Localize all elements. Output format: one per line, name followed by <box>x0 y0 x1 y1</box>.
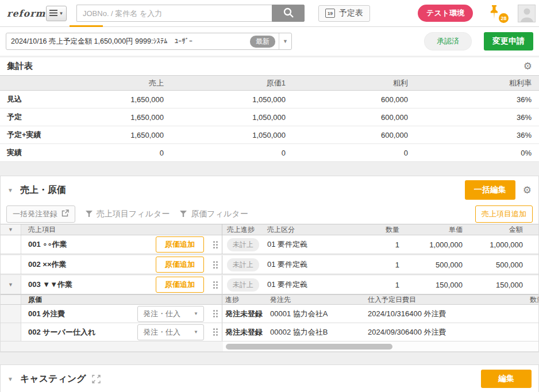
col-cost-progress: 進捗 <box>222 295 270 304</box>
change-request-button[interactable]: 変更申請 <box>484 32 533 51</box>
col-progress: 売上進捗 <box>222 225 267 235</box>
sales-item-row: 001 ∘∘作業 原価追加 未計上 01 要件定義 1 1,000,000 1,… <box>1 235 538 254</box>
hamburger-icon <box>49 9 57 18</box>
cell-qty: 1 <box>356 261 399 269</box>
expand-icon[interactable] <box>92 375 101 383</box>
cost-name: 002 サーバー仕入れ <box>21 327 95 337</box>
col-unit-price: 単価 <box>399 225 463 235</box>
add-cost-button[interactable]: 原価追加 <box>156 257 204 273</box>
cell: 36% <box>408 95 539 104</box>
collapse-icon[interactable]: ▼ <box>7 187 13 193</box>
summary-col-gross: 粗利 <box>286 78 408 88</box>
col-supplier: 発注先 <box>270 295 368 304</box>
filter-icon <box>86 209 93 219</box>
status-badge: 未計上 <box>227 238 259 251</box>
kebab-menu-icon[interactable] <box>213 328 218 336</box>
cell: 0 <box>80 149 164 157</box>
revision-selected-text: 2024/10/16 売上予定金額 1,650,000円 9999:ｼｽﾃﾑ ﾕ… <box>6 37 250 46</box>
cell-amount: 500,000 <box>463 261 523 269</box>
summary-col-cost: 原価1 <box>164 78 286 88</box>
cost-name: 001 外注費 <box>21 309 65 319</box>
search-input[interactable] <box>76 5 272 22</box>
sales-item-row: ▼ 003 ▼▼作業 原価追加 未計上 01 要件定義 1 150,000 15… <box>1 275 538 294</box>
edit-button[interactable]: 編集 <box>481 370 532 388</box>
col-cost-qty: 数量 <box>530 295 538 304</box>
cell: 600,000 <box>286 113 408 122</box>
cell: 36% <box>408 113 539 122</box>
environment-badge: テスト環境 <box>418 5 473 22</box>
row-label: 予定+実績 <box>0 130 80 140</box>
kebab-menu-icon[interactable] <box>213 241 218 249</box>
cell-unit-price: 1,000,000 <box>399 240 463 249</box>
bulk-edit-button[interactable]: 一括編集 <box>465 180 515 200</box>
cell: 1,650,000 <box>80 113 164 122</box>
col-qty: 数量 <box>356 225 399 235</box>
row-label: 実績 <box>0 148 80 158</box>
status-badge: 未計上 <box>227 258 259 271</box>
cell-division: 01 要件定義 <box>267 239 356 250</box>
cell: 1,650,000 <box>80 95 164 104</box>
sales-item-filter[interactable]: 売上項目フィルター <box>86 209 170 219</box>
col-division: 売上区分 <box>267 225 356 235</box>
add-sales-item-button[interactable]: 売上項目追加 <box>475 205 533 223</box>
latest-badge: 最新 <box>250 36 275 48</box>
horizontal-scrollbar <box>1 341 538 352</box>
sales-item-filter-label: 売上項目フィルター <box>97 209 170 219</box>
gear-icon[interactable]: ⚙ <box>523 61 532 71</box>
kebab-menu-icon[interactable] <box>213 261 218 269</box>
schedule-button[interactable]: 19 予定表 <box>318 5 370 22</box>
cell-qty: 1 <box>356 240 399 249</box>
table-row: 予定+実績 1,650,000 1,050,000 600,000 36% <box>0 126 539 144</box>
cell: 600,000 <box>286 131 408 139</box>
cost-filter[interactable]: 原価フィルター <box>180 209 248 219</box>
cell: 1,050,000 <box>164 95 286 104</box>
cell: 36% <box>408 131 539 139</box>
schedule-label: 予定表 <box>339 8 363 18</box>
bulk-order-button[interactable]: 一括発注登録 <box>6 205 75 223</box>
add-cost-button[interactable]: 原価追加 <box>156 277 204 293</box>
pin-button[interactable]: 28 <box>489 5 504 22</box>
scrollbar-track[interactable] <box>223 341 538 351</box>
external-link-icon <box>61 209 69 219</box>
cost-status: 発注未登録 <box>222 327 270 337</box>
collapse-icon[interactable]: ▼ <box>7 376 13 382</box>
collapse-all-icon[interactable]: ▼ <box>1 224 21 235</box>
cell-expense: 6400 外注費 <box>405 309 533 319</box>
scrollbar-thumb[interactable] <box>226 344 392 350</box>
order-purchase-label: 発注・仕入 <box>143 309 180 319</box>
summary-title: 集計表 <box>7 61 33 72</box>
casting-title: キャスティング <box>20 373 86 385</box>
order-purchase-select[interactable]: 発注・仕入 ▼ <box>137 306 204 322</box>
search-button[interactable] <box>272 5 305 22</box>
item-name: 001 ∘∘作業 <box>21 239 67 250</box>
menu-button[interactable]: ▼ <box>46 6 67 21</box>
revision-bar: 2024/10/16 売上予定金額 1,650,000円 9999:ｼｽﾃﾑ ﾕ… <box>0 27 539 57</box>
sales-item-header-label: 売上項目 <box>21 224 222 235</box>
notification-count-badge: 28 <box>499 13 509 23</box>
revision-select[interactable]: 2024/10/16 売上予定金額 1,650,000円 9999:ｼｽﾃﾑ ﾕ… <box>6 33 292 50</box>
cell-supplier: 00002 協力会社B <box>270 327 368 337</box>
cell-qty: 1 <box>356 281 399 289</box>
kebab-menu-icon[interactable] <box>213 281 218 289</box>
item-name: 002 ××作業 <box>21 259 67 270</box>
summary-col-gross-rate: 粗利率 <box>408 78 539 88</box>
add-cost-button[interactable]: 原価追加 <box>156 236 204 253</box>
table-row: 予定 1,650,000 1,050,000 600,000 36% <box>0 108 539 126</box>
calendar-icon: 19 <box>325 9 335 18</box>
cell: 1,050,000 <box>164 113 286 122</box>
order-purchase-label: 発注・仕入 <box>143 327 180 337</box>
pushpin-icon <box>489 13 499 21</box>
sales-cost-section: ▼ 売上・原価 一括編集 ⚙ 一括発注登録 売上項目フィルター 原価フィルター … <box>0 176 539 352</box>
gear-icon[interactable]: ⚙ <box>523 185 532 195</box>
avatar[interactable] <box>518 5 536 22</box>
cell: 0% <box>408 149 539 157</box>
order-purchase-select[interactable]: 発注・仕入 ▼ <box>137 324 204 340</box>
kebab-menu-icon[interactable] <box>213 310 218 317</box>
filter-icon <box>180 209 187 219</box>
cost-filter-label: 原価フィルター <box>191 209 248 219</box>
cell: 600,000 <box>286 95 408 104</box>
top-bar: reforma ▼ 19 予定表 テスト環境 28 <box>0 0 539 27</box>
cell: 0 <box>286 149 408 157</box>
collapse-row-icon[interactable]: ▼ <box>1 275 21 294</box>
cell: 1,050,000 <box>164 131 286 139</box>
